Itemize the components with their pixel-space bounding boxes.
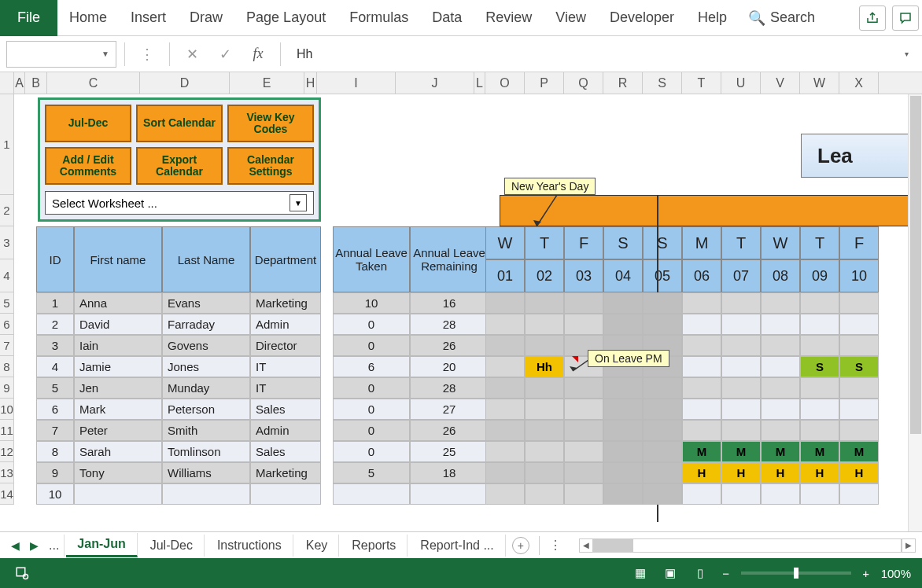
column-header-S[interactable]: S <box>643 72 682 94</box>
table-cell-last[interactable]: Peterson <box>162 399 250 420</box>
cal-cell-marked[interactable]: H <box>721 462 761 483</box>
row-header-10[interactable]: 10 <box>0 399 14 420</box>
cal-cell[interactable] <box>839 420 879 441</box>
zoom-slider[interactable] <box>741 571 851 575</box>
cal-cell[interactable] <box>564 420 603 441</box>
column-header-E[interactable]: E <box>230 72 304 94</box>
page-layout-view-icon[interactable]: ▣ <box>659 564 681 582</box>
cal-cell[interactable] <box>564 462 603 483</box>
cal-cell-marked[interactable]: H <box>682 462 721 483</box>
column-header-X[interactable]: X <box>839 72 879 94</box>
cal-cell[interactable] <box>525 420 564 441</box>
table-cell-id[interactable]: 8 <box>36 441 74 462</box>
column-header-P[interactable]: P <box>525 72 564 94</box>
cal-cell[interactable] <box>485 399 525 420</box>
row-header-7[interactable]: 7 <box>0 335 14 356</box>
cal-cell[interactable] <box>761 420 800 441</box>
cal-cell-marked[interactable]: S <box>800 356 839 377</box>
table-cell-dept[interactable]: Director <box>250 335 321 356</box>
cancel-icon[interactable]: ✕ <box>178 41 206 68</box>
zoom-out-button[interactable]: − <box>719 567 733 580</box>
cal-cell[interactable] <box>761 483 800 505</box>
cal-cell[interactable] <box>839 377 879 399</box>
column-header-W[interactable]: W <box>800 72 839 94</box>
table-cell-id[interactable]: 2 <box>36 314 74 335</box>
cal-cell[interactable] <box>485 420 525 441</box>
cal-cell[interactable] <box>603 399 643 420</box>
table-cell-remain[interactable]: 27 <box>410 399 489 420</box>
cal-cell[interactable] <box>682 335 721 356</box>
cal-cell[interactable] <box>643 483 682 505</box>
cal-cell[interactable] <box>800 335 839 356</box>
table-cell-last[interactable]: Williams <box>162 462 250 483</box>
table-cell-dept[interactable]: IT <box>250 356 321 377</box>
cal-cell[interactable] <box>643 314 682 335</box>
table-cell-dept[interactable]: Sales <box>250 441 321 462</box>
cal-cell[interactable] <box>485 377 525 399</box>
zoom-level[interactable]: 100% <box>881 567 911 580</box>
ribbon-tab-draw[interactable]: Draw <box>178 0 234 36</box>
table-cell-dept[interactable] <box>250 483 321 505</box>
table-cell-first[interactable]: Iain <box>74 335 162 356</box>
cal-cell-marked[interactable]: Hh <box>525 356 564 377</box>
ribbon-tab-view[interactable]: View <box>544 0 598 36</box>
cal-cell-marked[interactable]: M <box>721 441 761 462</box>
cal-cell[interactable] <box>603 483 643 505</box>
cal-cell-marked[interactable]: H <box>800 462 839 483</box>
table-cell-last[interactable]: Jones <box>162 356 250 377</box>
table-cell-last[interactable]: Govens <box>162 335 250 356</box>
share-icon[interactable] <box>859 6 886 31</box>
table-cell-last[interactable]: Tomlinson <box>162 441 250 462</box>
table-cell-dept[interactable]: Admin <box>250 314 321 335</box>
table-cell-last[interactable] <box>162 483 250 505</box>
cal-cell[interactable] <box>721 483 761 505</box>
cal-cell[interactable] <box>485 356 525 377</box>
cal-cell[interactable] <box>564 292 603 314</box>
table-cell-taken[interactable]: 5 <box>333 462 410 483</box>
table-cell-last[interactable]: Evans <box>162 292 250 314</box>
column-header-B[interactable]: B <box>25 72 47 94</box>
cal-cell[interactable] <box>761 399 800 420</box>
cal-cell[interactable] <box>525 399 564 420</box>
cal-cell[interactable] <box>485 314 525 335</box>
column-header-C[interactable]: C <box>47 72 140 94</box>
table-cell-dept[interactable]: Marketing <box>250 462 321 483</box>
horizontal-scrollbar[interactable]: ◀ ▶ <box>579 538 916 553</box>
cal-cell[interactable] <box>839 314 879 335</box>
cal-cell[interactable] <box>682 420 721 441</box>
more-options-icon[interactable]: ⋮ <box>133 41 161 68</box>
cal-cell[interactable] <box>800 483 839 505</box>
cal-cell-marked[interactable]: H <box>761 462 800 483</box>
cal-cell[interactable] <box>485 441 525 462</box>
column-header-O[interactable]: O <box>485 72 525 94</box>
table-cell-taken[interactable] <box>333 483 410 505</box>
column-header-R[interactable]: R <box>603 72 643 94</box>
table-cell-taken[interactable]: 0 <box>333 377 410 399</box>
row-header-14[interactable]: 14 <box>0 483 14 505</box>
sheet-tab-reports[interactable]: Reports <box>341 535 408 557</box>
table-cell-id[interactable]: 3 <box>36 335 74 356</box>
view-key-codes-button[interactable]: View Key Codes <box>227 105 314 142</box>
row-header-2[interactable]: 2 <box>0 195 14 226</box>
ribbon-tab-insert[interactable]: Insert <box>119 0 178 36</box>
row-header-11[interactable]: 11 <box>0 420 14 441</box>
cal-cell[interactable] <box>839 483 879 505</box>
table-cell-last[interactable]: Farraday <box>162 314 250 335</box>
confirm-icon[interactable]: ✓ <box>211 41 239 68</box>
table-cell-remain[interactable]: 25 <box>410 441 489 462</box>
formula-input[interactable] <box>289 41 892 68</box>
export-calendar-button[interactable]: Export Calendar <box>136 147 223 185</box>
juldec-button[interactable]: Jul-Dec <box>45 105 131 142</box>
tab-nav-prev-icon[interactable]: ◀ <box>6 539 24 552</box>
tab-nav-next-icon[interactable]: ▶ <box>25 539 42 552</box>
table-cell-dept[interactable]: Sales <box>250 399 321 420</box>
sort-calendar-button[interactable]: Sort Calendar <box>136 105 223 142</box>
cal-cell[interactable] <box>682 356 721 377</box>
sheet-tab-instructions[interactable]: Instructions <box>206 535 293 557</box>
table-cell-last[interactable]: Smith <box>162 420 250 441</box>
ribbon-tab-home[interactable]: Home <box>57 0 119 36</box>
cal-cell[interactable] <box>564 483 603 505</box>
table-cell-id[interactable]: 1 <box>36 292 74 314</box>
row-header-8[interactable]: 8 <box>0 356 14 377</box>
table-cell-remain[interactable]: 26 <box>410 420 489 441</box>
